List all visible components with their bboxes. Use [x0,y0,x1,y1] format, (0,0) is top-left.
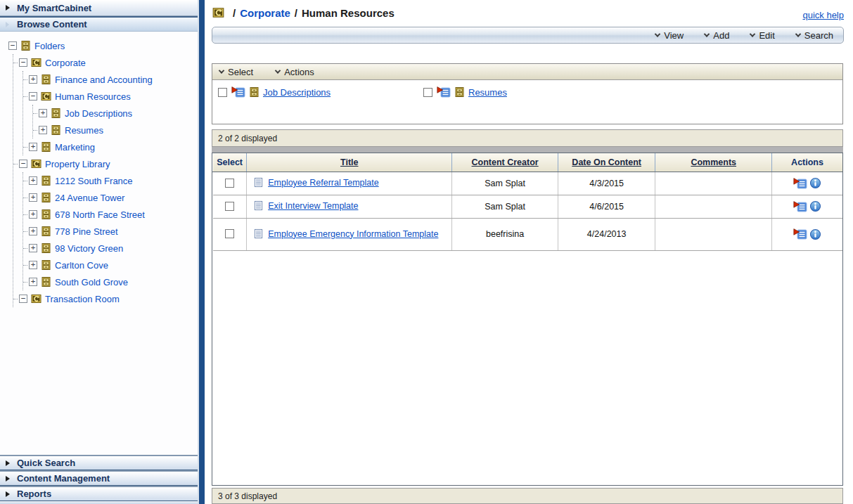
edit-menu-button[interactable]: Edit [750,30,774,41]
tree-item-1212-south-france: 1212 South France [23,172,198,189]
menu-label: Add [713,30,729,41]
tree-item-job-descriptions: Job Descriptions [33,105,198,122]
row-checkbox[interactable] [225,229,234,238]
sidebar-section-label: Content Management [17,473,110,484]
folder-checkbox[interactable] [423,88,432,97]
expand-toggle-icon[interactable] [29,143,37,151]
tree-link[interactable]: 1212 South France [55,176,133,186]
row-checkbox[interactable] [225,179,234,188]
cabinet-icon [248,86,260,98]
expand-toggle-icon[interactable] [29,227,37,235]
tree-link[interactable]: Corporate [45,58,86,68]
expand-toggle-icon[interactable] [29,176,37,185]
table-row: Employee Emergency Information Template … [213,218,843,250]
info-icon[interactable] [809,228,821,240]
tree-item-778-pine-street: 778 Pine Street [23,223,198,240]
sort-link[interactable]: Content Creator [472,157,539,167]
sidebar-item-reports[interactable]: Reports [0,486,198,501]
expand-toggle-icon[interactable] [29,210,37,219]
sort-link[interactable]: Date On Content [572,157,641,167]
tree-link[interactable]: Marketing [55,142,95,153]
folder-link[interactable]: Job Descriptions [263,87,331,98]
document-icon [253,228,264,239]
tree-link[interactable]: Transaction Room [45,294,120,304]
expand-toggle-icon[interactable] [39,109,47,117]
breadcrumb-link-corporate[interactable]: Corporate [240,7,290,19]
document-link[interactable]: Employee Emergency Information Template [268,229,438,239]
tree-link[interactable]: 778 Pine Street [55,226,118,237]
cabinet-open-icon [30,158,42,169]
tree-link[interactable]: Property Library [45,159,110,169]
collapse-toggle-icon[interactable] [29,92,37,101]
table-row: Exit Interview Template Sam Splat 4/6/20… [213,195,843,218]
tree-item-98-victory-green: 98 Victory Green [23,240,198,257]
chevron-down-icon [655,31,660,37]
status-text: 2 of 2 displayed [218,134,277,143]
chevron-down-icon [219,67,224,73]
sort-link[interactable]: Title [340,157,358,167]
document-link[interactable]: Exit Interview Template [268,201,358,211]
cabinet-icon [50,124,62,136]
expand-toggle-icon[interactable] [29,193,37,202]
action-menu-icon[interactable] [437,86,451,98]
info-icon[interactable] [809,200,821,212]
documents-table: Select Title Content Creator Date On Con… [212,153,843,486]
expand-toggle-icon[interactable] [29,278,37,286]
collapse-toggle-icon[interactable] [19,58,27,67]
tree-item-24-avenue-tower: 24 Avenue Tower [23,189,198,206]
tree-link[interactable]: 678 North Face Street [55,209,145,220]
action-menu-icon[interactable] [793,228,807,240]
tree-group: Job Descriptions Resumes [32,105,198,138]
date-cell: 4/3/2015 [558,172,655,195]
cabinet-icon [40,141,52,153]
search-menu-button[interactable]: Search [796,30,833,41]
cabinet-icon [454,86,466,98]
tree-link[interactable]: Carlton Cove [55,260,108,271]
tree-link[interactable]: Resumes [65,125,103,136]
row-checkbox[interactable] [225,202,234,211]
sidebar-item-quick-search[interactable]: Quick Search [0,455,198,470]
tree-link[interactable]: 98 Victory Green [55,243,123,254]
column-header-content-creator: Content Creator [452,153,558,172]
tree-group: 1212 South France 24 Avenue Tower 678 No… [23,172,198,290]
document-link[interactable]: Employee Referral Template [268,178,378,188]
sort-link[interactable]: Comments [691,157,736,167]
expand-toggle-icon[interactable] [39,126,47,134]
view-menu-button[interactable]: View [655,30,684,41]
tree-link[interactable]: Folders [34,41,65,51]
tree-item-human-resources: Human Resources [23,88,198,105]
expand-toggle-icon[interactable] [29,244,37,252]
tree-item-finance-and-accounting: Finance and Accounting [23,71,198,88]
app-window: My SmartCabinet Browse Content Folders C… [0,0,853,504]
folder-link[interactable]: Resumes [468,87,507,98]
sidebar: My SmartCabinet Browse Content Folders C… [0,0,198,504]
collapse-toggle-icon[interactable] [19,295,27,303]
tree-link[interactable]: Human Resources [55,91,131,102]
tree-link[interactable]: Finance and Accounting [55,75,153,85]
info-icon[interactable] [809,177,821,189]
sidebar-item-browse-content[interactable]: Browse Content [0,16,198,32]
tree-link[interactable]: 24 Avenue Tower [55,193,124,203]
collapse-toggle-icon[interactable] [19,160,27,168]
title-cell: Employee Emergency Information Template [247,218,452,250]
chevron-down-icon [275,67,281,73]
tree-link[interactable]: South Gold Grove [55,277,128,287]
sidebar-item-my-smartcabinet[interactable]: My SmartCabinet [0,0,198,16]
select-menu-button[interactable]: Select [219,67,253,77]
action-menu-icon[interactable] [231,86,245,98]
expand-toggle-icon[interactable] [29,261,37,269]
tree-link[interactable]: Job Descriptions [65,108,132,119]
actions-menu-button[interactable]: Actions [276,67,314,77]
folder-checkbox[interactable] [218,88,227,97]
action-menu-icon[interactable] [793,201,807,212]
add-menu-button[interactable]: Add [705,30,729,41]
quick-help-link[interactable]: quick help [802,10,844,20]
sidebar-item-content-management[interactable]: Content Management [0,470,198,486]
sidebar-footer [0,501,198,504]
cabinet-icon [40,175,52,186]
expand-toggle-icon[interactable] [29,75,37,84]
action-menu-icon[interactable] [793,178,807,189]
collapse-toggle-icon[interactable] [8,41,17,50]
comments-cell [655,195,772,218]
creator-cell: beefrisina [452,218,558,250]
